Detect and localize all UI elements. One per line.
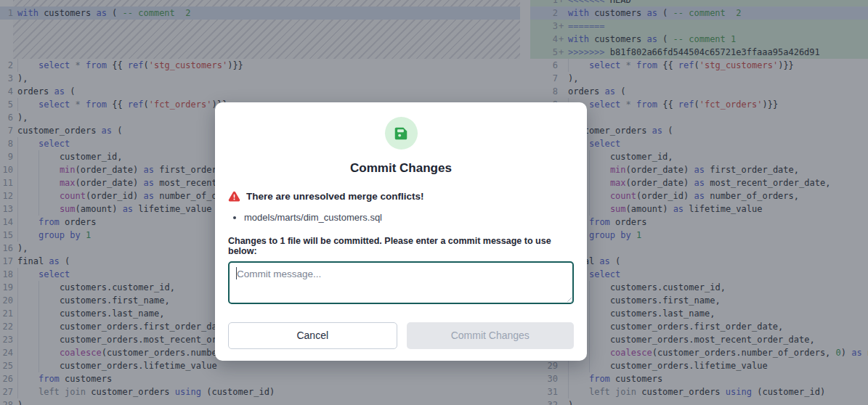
merge-conflict-warning: There are unresolved merge conflicts! bbox=[228, 190, 574, 202]
cancel-button[interactable]: Cancel bbox=[228, 322, 397, 349]
commit-message-label: Changes to 1 file will be committed. Ple… bbox=[228, 236, 574, 256]
conflict-file-item: models/marts/dim_customers.sql bbox=[244, 211, 574, 225]
warning-text: There are unresolved merge conflicts! bbox=[246, 191, 424, 202]
text-caret bbox=[236, 267, 237, 279]
commit-message-input[interactable] bbox=[228, 261, 574, 304]
conflict-file-list: models/marts/dim_customers.sql bbox=[228, 211, 574, 225]
save-icon bbox=[385, 117, 418, 150]
commit-changes-modal: Commit Changes There are unresolved merg… bbox=[215, 102, 587, 361]
commit-changes-button[interactable]: Commit Changes bbox=[407, 322, 575, 349]
modal-buttons: Cancel Commit Changes bbox=[228, 322, 574, 349]
ide-screen: 1with customers as ( -- comment 22 selec… bbox=[0, 0, 868, 405]
warning-triangle-icon bbox=[228, 190, 240, 202]
commit-message-field bbox=[228, 261, 574, 304]
modal-title: Commit Changes bbox=[228, 161, 574, 176]
